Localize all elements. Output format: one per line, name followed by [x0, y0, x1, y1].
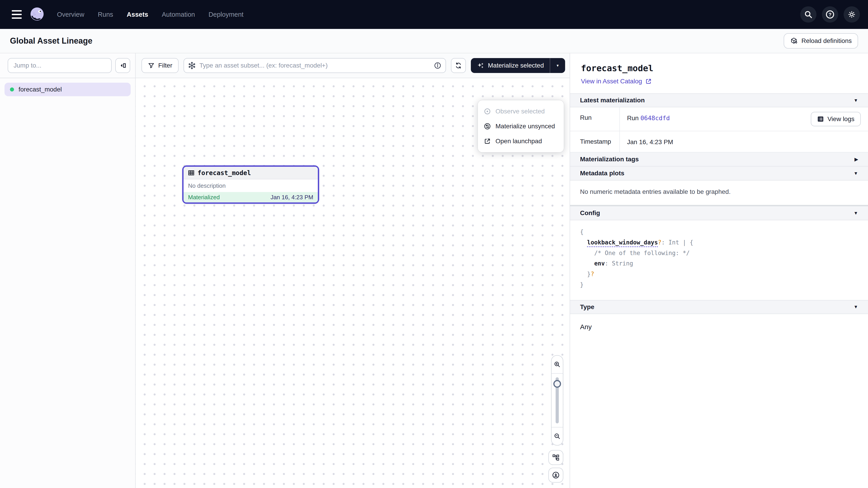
config-label: Config	[580, 209, 600, 217]
section-latest-materialization[interactable]: Latest materialization ▼	[570, 93, 868, 107]
search-icon	[804, 10, 813, 19]
help-icon: ?	[825, 9, 835, 20]
asset-node-forecast-model[interactable]: forecast_model No description Materializ…	[182, 165, 319, 204]
config-env-key: env	[594, 260, 605, 267]
reload-definitions-label: Reload definitions	[801, 37, 852, 44]
logs-icon	[817, 116, 824, 123]
filter-button[interactable]: Filter	[142, 58, 179, 73]
rearrange-graph-button[interactable]	[548, 450, 563, 465]
materialize-dropdown-menu: Observe selected Materialize unsynced	[478, 100, 564, 152]
caret-down-icon: ▼	[854, 98, 858, 103]
filter-label: Filter	[158, 62, 172, 69]
materialize-split-button: Materialize selected ▾	[471, 58, 565, 73]
search-button[interactable]	[800, 6, 816, 23]
reload-definitions-button[interactable]: Reload definitions	[784, 33, 858, 48]
materialize-selected-label: Materialize selected	[488, 62, 544, 69]
refresh-graph-button[interactable]	[451, 58, 466, 73]
view-in-asset-catalog-link[interactable]: View in Asset Catalog	[581, 78, 652, 85]
timestamp-label: Timestamp	[570, 131, 620, 152]
lineage-graph: Filter	[135, 53, 569, 488]
asset-status-dot	[10, 88, 14, 92]
view-logs-label: View logs	[828, 116, 855, 123]
nav-deployment[interactable]: Deployment	[209, 11, 243, 18]
asset-sidebar: forecast_model	[0, 53, 135, 488]
run-row: Run Run 0648cdfd View logs	[570, 107, 868, 131]
config-type: : Int | {	[661, 239, 693, 246]
chevron-down-icon: ▾	[557, 63, 559, 68]
config-open-brace: {	[580, 228, 584, 235]
zoom-slider[interactable]	[552, 374, 563, 427]
asset-details-panel: forecast_model View in Asset Catalog Lat…	[569, 53, 868, 488]
timestamp-value: Jan 16, 4:23 PM	[620, 131, 868, 152]
download-graph-button[interactable]	[548, 468, 563, 483]
collapse-sidebar-button[interactable]	[115, 58, 130, 73]
jump-to-input[interactable]	[8, 58, 112, 73]
details-asset-title: forecast_model	[581, 63, 857, 73]
type-label: Type	[580, 303, 594, 311]
settings-button[interactable]	[844, 6, 860, 23]
zoom-out-button[interactable]	[552, 427, 563, 445]
materialization-tags-label: Materialization tags	[580, 156, 639, 163]
config-code-block: { lookback_window_days?: Int | { /* One …	[570, 220, 868, 300]
materialize-unsynced-label: Materialize unsynced	[495, 123, 555, 130]
nav-assets[interactable]: Assets	[127, 11, 148, 18]
materialize-selected-button[interactable]: Materialize selected	[471, 58, 550, 73]
top-nav-actions: ?	[800, 6, 860, 23]
timestamp-row: Timestamp Jan 16, 4:23 PM	[570, 131, 868, 153]
view-logs-button[interactable]: View logs	[811, 112, 861, 126]
help-button[interactable]: ?	[822, 6, 838, 23]
hamburger-menu-icon[interactable]	[12, 10, 22, 19]
materialize-dropdown-toggle[interactable]: ▾	[550, 58, 565, 73]
graph-canvas[interactable]: forecast_model No description Materializ…	[135, 78, 569, 488]
op-selector-icon	[188, 62, 196, 69]
asset-node-status-row: Materialized Jan 16, 4:23 PM	[184, 192, 318, 202]
external-link-icon	[645, 78, 652, 85]
config-env-type: : String	[605, 260, 633, 267]
asset-node-title: forecast_model	[197, 169, 251, 177]
section-materialization-tags[interactable]: Materialization tags ▶	[570, 153, 868, 166]
metadata-empty-note: No numeric metadata entries available to…	[570, 181, 868, 205]
run-link: Run 0648cdfd	[627, 112, 670, 122]
info-icon[interactable]	[434, 62, 441, 69]
content: forecast_model Filter	[0, 53, 868, 488]
section-config[interactable]: Config ▼	[570, 206, 868, 220]
menu-item-materialize-unsynced[interactable]: Materialize unsynced	[478, 119, 564, 134]
section-type[interactable]: Type ▼	[570, 300, 868, 314]
sparkle-icon	[477, 62, 485, 69]
title-bar: Global Asset Lineage Reload definitions	[0, 29, 868, 53]
dagster-logo[interactable]	[29, 6, 45, 23]
circle-dot-icon	[484, 108, 491, 115]
asset-subset-search	[184, 58, 446, 73]
timestamp-text: Jan 16, 4:23 PM	[627, 136, 673, 146]
config-key: lookback_window_days	[587, 239, 658, 247]
sidebar-toolbar	[0, 53, 135, 78]
external-link-icon	[484, 138, 491, 145]
sidebar-item-forecast-model[interactable]: forecast_model	[4, 83, 131, 96]
asset-subset-input[interactable]	[184, 58, 446, 73]
metadata-plots-label: Metadata plots	[580, 170, 624, 177]
nav-runs[interactable]: Runs	[98, 11, 113, 18]
caret-right-icon: ▶	[855, 157, 858, 162]
menu-item-open-launchpad[interactable]: Open launchpad	[478, 134, 564, 149]
zoom-in-icon	[554, 361, 561, 368]
graph-toolbar: Filter	[135, 53, 569, 78]
zoom-in-button[interactable]	[552, 356, 563, 374]
config-optional-marker: ?	[658, 239, 661, 246]
zoom-controls	[551, 355, 563, 446]
materialized-timestamp: Jan 16, 4:23 PM	[271, 194, 313, 201]
zoom-out-icon	[554, 433, 561, 440]
zoom-slider-thumb[interactable]	[553, 380, 561, 388]
asset-node-header: forecast_model	[184, 167, 318, 180]
section-metadata-plots[interactable]: Metadata plots ▼	[570, 166, 868, 181]
config-close-brace: }	[580, 281, 584, 288]
nav-overview[interactable]: Overview	[57, 11, 84, 18]
sync-circle-icon	[484, 123, 491, 130]
details-header: forecast_model View in Asset Catalog	[570, 53, 868, 93]
table-icon	[188, 170, 194, 176]
reload-cube-icon	[790, 37, 798, 45]
config-comment: /* One of the following: */	[594, 250, 690, 256]
asset-name: forecast_model	[19, 86, 62, 93]
run-id-link[interactable]: 0648cdfd	[640, 115, 670, 122]
nav-automation[interactable]: Automation	[162, 11, 195, 18]
menu-item-observe-selected[interactable]: Observe selected	[478, 104, 564, 119]
